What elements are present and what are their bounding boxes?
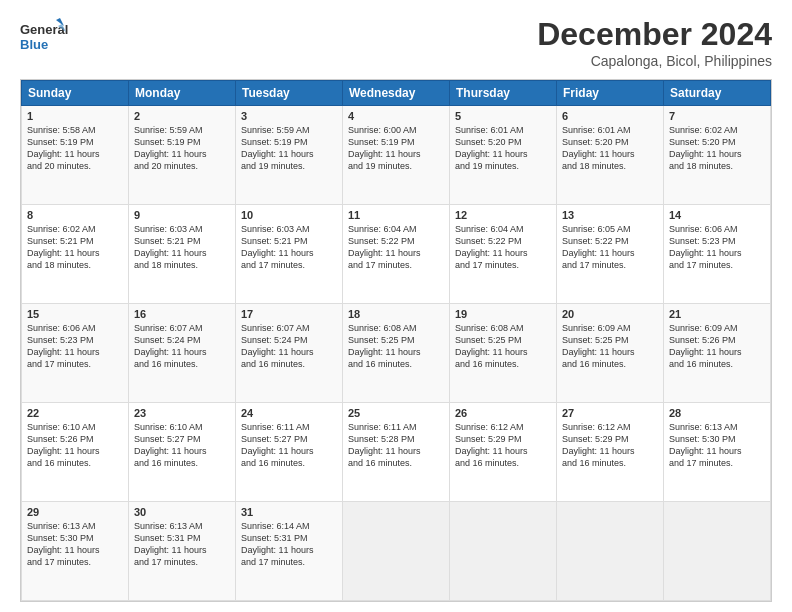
col-monday: Monday [129, 81, 236, 106]
table-row: 19Sunrise: 6:08 AMSunset: 5:25 PMDayligh… [450, 304, 557, 403]
day-info: Sunrise: 6:09 AMSunset: 5:25 PMDaylight:… [562, 322, 658, 371]
table-row: 5Sunrise: 6:01 AMSunset: 5:20 PMDaylight… [450, 106, 557, 205]
table-row: 2Sunrise: 5:59 AMSunset: 5:19 PMDaylight… [129, 106, 236, 205]
table-row: 11Sunrise: 6:04 AMSunset: 5:22 PMDayligh… [343, 205, 450, 304]
day-info: Sunrise: 6:12 AMSunset: 5:29 PMDaylight:… [455, 421, 551, 470]
table-row: 21Sunrise: 6:09 AMSunset: 5:26 PMDayligh… [664, 304, 771, 403]
day-info: Sunrise: 6:09 AMSunset: 5:26 PMDaylight:… [669, 322, 765, 371]
table-row: 7Sunrise: 6:02 AMSunset: 5:20 PMDaylight… [664, 106, 771, 205]
day-number: 12 [455, 209, 551, 221]
day-info: Sunrise: 6:01 AMSunset: 5:20 PMDaylight:… [455, 124, 551, 173]
day-number: 14 [669, 209, 765, 221]
table-row: 17Sunrise: 6:07 AMSunset: 5:24 PMDayligh… [236, 304, 343, 403]
table-row: 20Sunrise: 6:09 AMSunset: 5:25 PMDayligh… [557, 304, 664, 403]
day-number: 11 [348, 209, 444, 221]
table-row: 1Sunrise: 5:58 AMSunset: 5:19 PMDaylight… [22, 106, 129, 205]
table-row: 23Sunrise: 6:10 AMSunset: 5:27 PMDayligh… [129, 403, 236, 502]
location: Capalonga, Bicol, Philippines [537, 53, 772, 69]
day-number: 8 [27, 209, 123, 221]
day-number: 5 [455, 110, 551, 122]
day-number: 18 [348, 308, 444, 320]
day-number: 7 [669, 110, 765, 122]
day-number: 25 [348, 407, 444, 419]
table-row: 25Sunrise: 6:11 AMSunset: 5:28 PMDayligh… [343, 403, 450, 502]
day-info: Sunrise: 6:11 AMSunset: 5:28 PMDaylight:… [348, 421, 444, 470]
day-info: Sunrise: 6:04 AMSunset: 5:22 PMDaylight:… [455, 223, 551, 272]
table-row: 18Sunrise: 6:08 AMSunset: 5:25 PMDayligh… [343, 304, 450, 403]
day-info: Sunrise: 6:10 AMSunset: 5:27 PMDaylight:… [134, 421, 230, 470]
day-number: 6 [562, 110, 658, 122]
day-info: Sunrise: 6:10 AMSunset: 5:26 PMDaylight:… [27, 421, 123, 470]
table-row: 27Sunrise: 6:12 AMSunset: 5:29 PMDayligh… [557, 403, 664, 502]
table-row: 6Sunrise: 6:01 AMSunset: 5:20 PMDaylight… [557, 106, 664, 205]
table-row: 29Sunrise: 6:13 AMSunset: 5:30 PMDayligh… [22, 502, 129, 601]
calendar: Sunday Monday Tuesday Wednesday Thursday… [20, 79, 772, 602]
day-number: 17 [241, 308, 337, 320]
day-info: Sunrise: 6:08 AMSunset: 5:25 PMDaylight:… [348, 322, 444, 371]
day-number: 2 [134, 110, 230, 122]
table-row [557, 502, 664, 601]
table-row: 31Sunrise: 6:14 AMSunset: 5:31 PMDayligh… [236, 502, 343, 601]
day-info: Sunrise: 5:59 AMSunset: 5:19 PMDaylight:… [134, 124, 230, 173]
day-info: Sunrise: 6:03 AMSunset: 5:21 PMDaylight:… [241, 223, 337, 272]
title-section: December 2024 Capalonga, Bicol, Philippi… [537, 16, 772, 69]
day-number: 20 [562, 308, 658, 320]
col-friday: Friday [557, 81, 664, 106]
table-row: 3Sunrise: 5:59 AMSunset: 5:19 PMDaylight… [236, 106, 343, 205]
table-row: 9Sunrise: 6:03 AMSunset: 5:21 PMDaylight… [129, 205, 236, 304]
table-row: 30Sunrise: 6:13 AMSunset: 5:31 PMDayligh… [129, 502, 236, 601]
day-info: Sunrise: 6:13 AMSunset: 5:31 PMDaylight:… [134, 520, 230, 569]
day-info: Sunrise: 6:11 AMSunset: 5:27 PMDaylight:… [241, 421, 337, 470]
day-number: 10 [241, 209, 337, 221]
day-info: Sunrise: 6:05 AMSunset: 5:22 PMDaylight:… [562, 223, 658, 272]
table-row: 24Sunrise: 6:11 AMSunset: 5:27 PMDayligh… [236, 403, 343, 502]
day-info: Sunrise: 6:13 AMSunset: 5:30 PMDaylight:… [27, 520, 123, 569]
day-number: 3 [241, 110, 337, 122]
day-number: 23 [134, 407, 230, 419]
day-number: 26 [455, 407, 551, 419]
table-row: 13Sunrise: 6:05 AMSunset: 5:22 PMDayligh… [557, 205, 664, 304]
table-row: 28Sunrise: 6:13 AMSunset: 5:30 PMDayligh… [664, 403, 771, 502]
day-number: 28 [669, 407, 765, 419]
table-row: 16Sunrise: 6:07 AMSunset: 5:24 PMDayligh… [129, 304, 236, 403]
table-row: 8Sunrise: 6:02 AMSunset: 5:21 PMDaylight… [22, 205, 129, 304]
day-info: Sunrise: 6:03 AMSunset: 5:21 PMDaylight:… [134, 223, 230, 272]
day-info: Sunrise: 6:06 AMSunset: 5:23 PMDaylight:… [27, 322, 123, 371]
day-number: 13 [562, 209, 658, 221]
day-info: Sunrise: 6:01 AMSunset: 5:20 PMDaylight:… [562, 124, 658, 173]
day-number: 9 [134, 209, 230, 221]
day-info: Sunrise: 6:14 AMSunset: 5:31 PMDaylight:… [241, 520, 337, 569]
day-number: 22 [27, 407, 123, 419]
day-info: Sunrise: 5:58 AMSunset: 5:19 PMDaylight:… [27, 124, 123, 173]
logo-svg: General Blue [20, 16, 70, 58]
day-number: 21 [669, 308, 765, 320]
day-number: 16 [134, 308, 230, 320]
col-sunday: Sunday [22, 81, 129, 106]
col-wednesday: Wednesday [343, 81, 450, 106]
day-number: 19 [455, 308, 551, 320]
day-number: 30 [134, 506, 230, 518]
month-year: December 2024 [537, 16, 772, 53]
day-number: 27 [562, 407, 658, 419]
table-row: 12Sunrise: 6:04 AMSunset: 5:22 PMDayligh… [450, 205, 557, 304]
day-info: Sunrise: 6:00 AMSunset: 5:19 PMDaylight:… [348, 124, 444, 173]
day-info: Sunrise: 6:02 AMSunset: 5:20 PMDaylight:… [669, 124, 765, 173]
svg-text:General: General [20, 22, 68, 37]
svg-text:Blue: Blue [20, 37, 48, 52]
table-row: 10Sunrise: 6:03 AMSunset: 5:21 PMDayligh… [236, 205, 343, 304]
table-row [664, 502, 771, 601]
table-row [343, 502, 450, 601]
day-info: Sunrise: 6:07 AMSunset: 5:24 PMDaylight:… [134, 322, 230, 371]
col-saturday: Saturday [664, 81, 771, 106]
page: General Blue December 2024 Capalonga, Bi… [0, 0, 792, 612]
day-number: 15 [27, 308, 123, 320]
day-info: Sunrise: 5:59 AMSunset: 5:19 PMDaylight:… [241, 124, 337, 173]
day-number: 31 [241, 506, 337, 518]
day-info: Sunrise: 6:06 AMSunset: 5:23 PMDaylight:… [669, 223, 765, 272]
table-row: 26Sunrise: 6:12 AMSunset: 5:29 PMDayligh… [450, 403, 557, 502]
day-info: Sunrise: 6:08 AMSunset: 5:25 PMDaylight:… [455, 322, 551, 371]
day-info: Sunrise: 6:02 AMSunset: 5:21 PMDaylight:… [27, 223, 123, 272]
col-thursday: Thursday [450, 81, 557, 106]
col-tuesday: Tuesday [236, 81, 343, 106]
day-number: 29 [27, 506, 123, 518]
